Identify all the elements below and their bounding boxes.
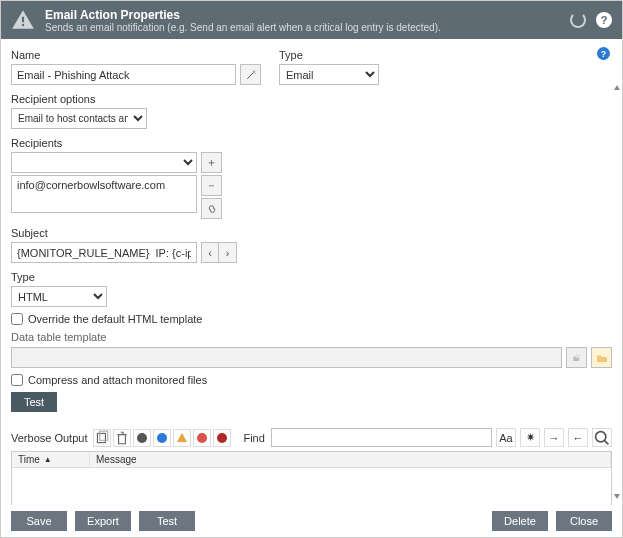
recipients-dropdown[interactable]	[11, 152, 197, 173]
content-area: ? Name Type Email Recipient options Emai…	[1, 39, 622, 505]
recipients-list[interactable]: info@cornerbowlsoftware.com	[11, 175, 197, 213]
name-label: Name	[11, 49, 261, 61]
warning-triangle-icon[interactable]	[173, 429, 191, 447]
find-next-button[interactable]: →	[544, 428, 564, 447]
critical-dot-icon[interactable]	[213, 429, 231, 447]
svg-line-8	[605, 440, 609, 444]
test-button[interactable]: Test	[11, 392, 57, 412]
data-table-template-label: Data table template	[11, 331, 612, 343]
svg-rect-6	[100, 431, 108, 440]
override-template-checkbox[interactable]	[11, 313, 23, 325]
close-button[interactable]: Close	[556, 511, 612, 531]
svg-rect-4	[575, 354, 580, 358]
regex-button[interactable]: ✷	[520, 428, 540, 447]
find-prev-button[interactable]: ←	[568, 428, 588, 447]
subject-next-button[interactable]: ›	[219, 242, 237, 263]
svg-point-2	[253, 71, 255, 73]
svg-point-7	[596, 431, 606, 441]
copy-icon[interactable]	[93, 429, 111, 447]
verbose-output-table: Time▲ Message	[11, 451, 612, 505]
recipient-options-label: Recipient options	[11, 93, 147, 105]
type-select[interactable]: Email	[279, 64, 379, 85]
info-icon[interactable]: ?	[597, 47, 610, 60]
compress-label: Compress and attach monitored files	[28, 374, 207, 386]
match-case-button[interactable]: Aa	[496, 428, 516, 447]
column-time[interactable]: Time▲	[12, 452, 90, 467]
loading-spinner-icon	[570, 12, 586, 28]
help-icon[interactable]: ?	[596, 12, 612, 28]
add-recipient-button[interactable]: ＋	[201, 152, 222, 173]
subject-prev-button[interactable]: ‹	[201, 242, 219, 263]
column-message[interactable]: Message	[90, 452, 611, 467]
vertical-scrollbar[interactable]	[614, 85, 620, 499]
dialog-title: Email Action Properties	[45, 8, 570, 22]
data-table-template-input[interactable]	[11, 347, 562, 368]
find-search-button[interactable]	[592, 428, 612, 447]
body-type-label: Type	[11, 271, 107, 283]
subject-input[interactable]	[11, 242, 197, 263]
delete-button[interactable]: Delete	[492, 511, 548, 531]
template-erase-button[interactable]	[566, 347, 587, 368]
verbose-output-body[interactable]	[12, 468, 611, 505]
dialog-subtitle: Sends an email notification (e.g. Send a…	[45, 22, 570, 33]
blue-dot-icon[interactable]	[153, 429, 171, 447]
compress-checkbox[interactable]	[11, 374, 23, 386]
type-label: Type	[279, 49, 379, 61]
footer-test-button[interactable]: Test	[139, 511, 195, 531]
save-button[interactable]: Save	[11, 511, 67, 531]
info-dot-icon[interactable]	[133, 429, 151, 447]
dialog-header: Email Action Properties Sends an email n…	[1, 1, 622, 39]
delete-icon[interactable]	[113, 429, 131, 447]
dialog-footer: Save Export Test Delete Close	[1, 505, 622, 537]
verbose-output-label: Verbose Output	[11, 432, 87, 444]
template-browse-button[interactable]	[591, 347, 612, 368]
svg-rect-5	[98, 433, 106, 442]
find-input[interactable]	[271, 428, 492, 447]
find-label: Find	[243, 432, 264, 444]
magic-wand-button[interactable]	[240, 64, 261, 85]
remove-recipient-button[interactable]: －	[201, 175, 222, 196]
error-dot-icon[interactable]	[193, 429, 211, 447]
export-button[interactable]: Export	[75, 511, 131, 531]
name-input[interactable]	[11, 64, 236, 85]
body-type-select[interactable]: HTML	[11, 286, 107, 307]
subject-label: Subject	[11, 227, 197, 239]
svg-rect-0	[22, 17, 24, 22]
recipients-label: Recipients	[11, 137, 612, 149]
override-template-label: Override the default HTML template	[28, 313, 202, 325]
alert-icon	[9, 6, 37, 34]
svg-rect-1	[22, 24, 24, 26]
recipient-options-select[interactable]: Email to host contacts and recipients be…	[11, 108, 147, 129]
link-recipient-button[interactable]	[201, 198, 222, 219]
